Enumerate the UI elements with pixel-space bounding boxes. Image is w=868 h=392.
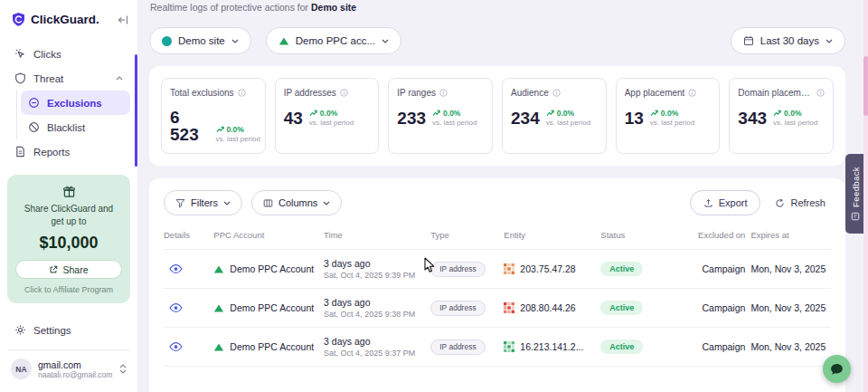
info-icon[interactable] [340, 89, 348, 97]
excluded-on-value: Campaign [694, 289, 751, 328]
table-row: Demo PPC Account 3 days agoSat, Oct 4, 2… [164, 289, 831, 328]
threat-subnav: Exclusions Blacklist [16, 91, 130, 139]
col-expires-at[interactable]: Expires at [750, 225, 831, 250]
stat-value: 233 [397, 110, 426, 127]
sidebar-item-exclusions[interactable]: Exclusions [21, 91, 130, 115]
sidebar-item-reports[interactable]: Reports [7, 139, 130, 164]
user-account[interactable]: NA gmail.com naatali.ro@gmail.com [7, 349, 130, 387]
sidebar-item-blacklist[interactable]: Blacklist [21, 115, 130, 139]
excluded-on-value: Campaign [694, 250, 751, 289]
account-name: Demo PPC Account [230, 263, 314, 274]
time-absolute: Sat, Oct 4, 2025 9:37 PM [324, 349, 427, 358]
avatar: NA [11, 359, 32, 379]
trend-up-icon [309, 110, 317, 117]
clicks-icon [14, 48, 26, 60]
chevron-up-icon [116, 76, 123, 81]
expires-at-value: Mon, Nov 3, 2025 [750, 250, 831, 289]
export-button[interactable]: Export [690, 190, 761, 215]
user-name: gmail.com [38, 359, 113, 370]
columns-button[interactable]: Columns [251, 190, 342, 215]
view-details-eye-icon[interactable] [164, 303, 210, 312]
share-button[interactable]: Share [15, 260, 122, 279]
stat-label: Domain placement [738, 88, 813, 98]
type-badge: IP address [430, 339, 485, 355]
col-status[interactable]: Status [600, 225, 693, 250]
nav-label-blacklist: Blacklist [47, 122, 85, 133]
site-icon [162, 36, 172, 46]
info-icon[interactable] [439, 89, 448, 97]
stat-value: 234 [511, 110, 540, 127]
sidebar-item-settings[interactable]: Settings [7, 318, 130, 342]
col-excluded-on[interactable]: Excluded on [694, 225, 751, 250]
time-absolute: Sat, Oct 4, 2025 9:38 PM [324, 310, 427, 319]
sidebar-item-clicks[interactable]: Clicks [7, 42, 130, 66]
sidebar: ClickGuard. Clicks Threat [0, 0, 137, 392]
type-badge: IP address [430, 262, 485, 277]
main-content: Realtime logs of protective actions for … [137, 0, 868, 392]
chevron-down-icon [382, 39, 389, 43]
chat-launcher-button[interactable] [823, 355, 851, 383]
filter-row: Demo site Demo PPC acc... Last 30 [149, 27, 845, 54]
funnel-icon [175, 198, 185, 208]
col-ppc-account[interactable]: PPC Account [213, 225, 324, 250]
stat-label: IP ranges [397, 88, 436, 98]
chevron-down-icon [223, 201, 231, 206]
table-row: Demo PPC Account 3 days agoSat, Oct 4, 2… [164, 328, 831, 367]
trend-up-icon [650, 110, 658, 117]
stat-label: App placement [625, 88, 685, 98]
col-entity[interactable]: Entity [504, 225, 600, 250]
sidebar-scrollbar[interactable] [135, 54, 137, 167]
time-relative: 3 days ago [324, 336, 427, 347]
stat-card-total-exclusions: Total exclusions 6 523 0.0%vs. last peri… [161, 78, 266, 154]
stat-value: 43 [284, 110, 303, 127]
info-icon[interactable] [552, 89, 561, 97]
exclusions-icon [28, 97, 40, 109]
time-absolute: Sat, Oct 4, 2025 9:39 PM [324, 271, 427, 280]
time-relative: 3 days ago [324, 258, 427, 269]
blacklist-icon [28, 121, 40, 133]
sidebar-collapse-icon[interactable] [118, 15, 128, 24]
info-icon[interactable] [238, 89, 246, 97]
page-scrollbar[interactable] [863, 0, 868, 392]
affiliate-promo-card: Share ClickGuard and get up to $10,000 S… [7, 175, 130, 303]
calendar-icon [743, 35, 754, 46]
trend-up-icon [546, 110, 554, 117]
entity-value: 203.75.47.28 [520, 263, 575, 274]
date-range-picker[interactable]: Last 30 days [731, 27, 845, 54]
view-details-eye-icon[interactable] [164, 264, 210, 273]
col-details[interactable]: Details [164, 225, 213, 250]
view-details-eye-icon[interactable] [164, 342, 210, 351]
nav-label-threat: Threat [33, 73, 108, 84]
stat-card-ip-ranges: IP ranges 233 0.0%vs. last period [388, 78, 493, 154]
chat-bubble-icon [830, 363, 844, 376]
sidebar-item-threat[interactable]: Threat [7, 66, 130, 91]
stat-value: 13 [625, 110, 644, 127]
sidebar-nav: Clicks Threat Exclusions [0, 38, 137, 164]
scrollbar-thumb[interactable] [863, 56, 868, 116]
info-icon[interactable] [688, 89, 696, 97]
site-filter-chip[interactable]: Demo site [149, 27, 251, 54]
account-filter-chip[interactable]: Demo PPC acc... [266, 27, 401, 54]
promo-caption[interactable]: Click to Affiliate Program [15, 285, 122, 294]
stat-value: 343 [738, 110, 767, 127]
entity-value: 16.213.141.2... [520, 341, 583, 352]
col-time[interactable]: Time [324, 225, 430, 250]
columns-icon [263, 198, 273, 208]
user-email: naatali.ro@gmail.com [38, 370, 113, 379]
info-icon[interactable] [816, 89, 825, 97]
table-header-row: Details PPC Account Time Type Entity Sta… [164, 225, 831, 250]
gift-icon [15, 185, 122, 198]
account-name: Demo PPC Account [230, 341, 314, 352]
external-link-icon [49, 265, 58, 274]
clickguard-logo-icon [11, 12, 26, 27]
trend-up-icon [216, 126, 224, 133]
trend-up-icon [432, 110, 440, 117]
stat-label: Total exclusions [170, 88, 234, 98]
filters-button[interactable]: Filters [164, 190, 242, 215]
col-type[interactable]: Type [430, 225, 504, 250]
refresh-button[interactable]: Refresh [769, 190, 831, 215]
ppc-account-icon [213, 342, 224, 352]
stats-panel: Total exclusions 6 523 0.0%vs. last peri… [149, 66, 845, 166]
feedback-tab[interactable]: Feedback [845, 154, 865, 234]
shield-icon [14, 72, 26, 84]
